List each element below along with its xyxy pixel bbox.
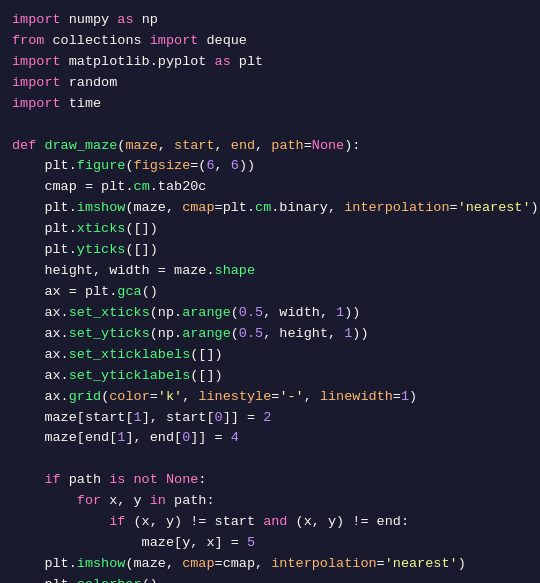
code-token: figure [77, 158, 126, 173]
code-token: start [174, 138, 215, 153]
code-token: plt. [12, 577, 77, 583]
code-line: plt.imshow(maze, cmap=plt.cm.binary, int… [12, 198, 528, 219]
code-token: ): [344, 138, 360, 153]
code-token: maze[end[ [12, 430, 117, 445]
code-token: import [12, 96, 61, 111]
code-token: linewidth [320, 389, 393, 404]
code-token: import [12, 75, 61, 90]
code-token: path: [166, 493, 215, 508]
code-token: () [142, 284, 158, 299]
code-line: ax = plt.gca() [12, 282, 528, 303]
code-token: cmap [182, 200, 214, 215]
code-editor: import numpy as npfrom collections impor… [0, 0, 540, 583]
code-token: .binary, [271, 200, 344, 215]
code-line: ax.set_yticklabels([]) [12, 366, 528, 387]
code-token: =( [190, 158, 206, 173]
code-token: , [255, 138, 271, 153]
code-line: import random [12, 73, 528, 94]
code-token: linestyle [198, 389, 271, 404]
code-line: maze[start[1], start[0]] = 2 [12, 408, 528, 429]
code-token: ], end[ [125, 430, 182, 445]
code-line: ax.set_xticklabels([]) [12, 345, 528, 366]
code-token: as [215, 54, 231, 69]
code-token: , width, [263, 305, 336, 320]
code-token: ax. [12, 389, 69, 404]
code-token [12, 493, 77, 508]
code-token: (np. [150, 305, 182, 320]
code-token: cmap = plt. [12, 179, 134, 194]
code-token: random [61, 75, 118, 90]
code-token: if [44, 472, 60, 487]
code-token: ([]) [190, 368, 222, 383]
code-token: imshow [77, 200, 126, 215]
code-token: =plt. [215, 200, 256, 215]
code-token: for [77, 493, 101, 508]
code-token: ax. [12, 368, 69, 383]
code-token: plt. [12, 158, 77, 173]
code-token: in [150, 493, 166, 508]
code-token: interpolation [344, 200, 449, 215]
code-line: ax.set_yticks(np.arange(0.5, height, 1)) [12, 324, 528, 345]
code-token: path [61, 472, 110, 487]
code-token: matplotlib.pyplot [61, 54, 215, 69]
code-token: deque [198, 33, 247, 48]
code-token: colorbar [77, 577, 142, 583]
code-token: , [182, 389, 198, 404]
code-token: 0.5 [239, 326, 263, 341]
code-line: if path is not None: [12, 470, 528, 491]
code-token: as [117, 12, 133, 27]
code-token: import [12, 54, 61, 69]
code-token: ]] = [190, 430, 231, 445]
code-token: cm [134, 179, 150, 194]
code-line: for x, y in path: [12, 491, 528, 512]
code-token: cmap [182, 556, 214, 571]
code-token: figsize [134, 158, 191, 173]
code-token: grid [69, 389, 101, 404]
code-token: () [142, 577, 158, 583]
code-token: maze [125, 138, 157, 153]
code-token: )) [239, 158, 255, 173]
code-token: = [450, 200, 458, 215]
code-token: 5 [247, 535, 255, 550]
code-token: def [12, 138, 36, 153]
code-token: None [312, 138, 344, 153]
code-token: = [150, 389, 158, 404]
code-token: 'nearest' [385, 556, 458, 571]
code-token: (x, y) != end: [287, 514, 409, 529]
code-token: ) [458, 556, 466, 571]
code-token: (np. [150, 326, 182, 341]
code-line: plt.yticks([]) [12, 240, 528, 261]
code-token: maze[start[ [12, 410, 134, 425]
code-line: maze[y, x] = 5 [12, 533, 528, 554]
code-token: set_xticklabels [69, 347, 191, 362]
code-token: ]] = [223, 410, 264, 425]
code-token: ax. [12, 305, 69, 320]
code-line: import matplotlib.pyplot as plt [12, 52, 528, 73]
code-token: ( [125, 158, 133, 173]
code-line: import time [12, 94, 528, 115]
code-token: )) [344, 305, 360, 320]
code-token: 2 [263, 410, 271, 425]
code-token: path [271, 138, 303, 153]
code-token: 'nearest' [458, 200, 531, 215]
code-line: cmap = plt.cm.tab20c [12, 177, 528, 198]
code-token: set_xticks [69, 305, 150, 320]
code-token: =cmap, [215, 556, 272, 571]
code-token: ], start[ [142, 410, 215, 425]
code-token: ) [409, 389, 417, 404]
code-line: plt.colorbar() [12, 575, 528, 583]
code-token: import [150, 33, 199, 48]
code-token: cm [255, 200, 271, 215]
code-token: if [109, 514, 125, 529]
code-token: 1 [134, 410, 142, 425]
code-token: gca [117, 284, 141, 299]
code-token: 1 [401, 389, 409, 404]
code-token: arange [182, 305, 231, 320]
code-token: arange [182, 326, 231, 341]
code-line: ax.set_xticks(np.arange(0.5, width, 1)) [12, 303, 528, 324]
code-token: x, y [101, 493, 150, 508]
code-token: numpy [61, 12, 118, 27]
code-token: .tab20c [150, 179, 207, 194]
code-token: None [166, 472, 198, 487]
code-token: ax. [12, 326, 69, 341]
